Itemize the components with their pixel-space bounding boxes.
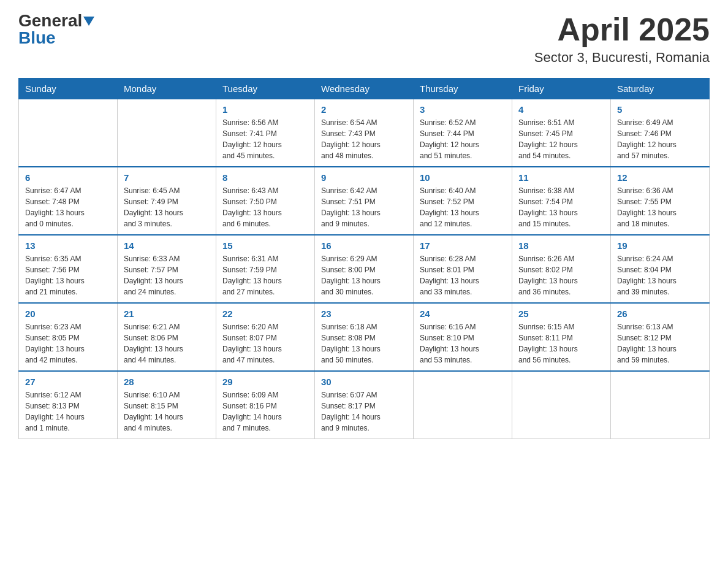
weekday-header-tuesday: Tuesday xyxy=(216,79,315,99)
month-title: April 2025 xyxy=(534,12,710,47)
calendar-cell: 23Sunrise: 6:18 AMSunset: 8:08 PMDayligh… xyxy=(315,303,414,371)
calendar-cell: 9Sunrise: 6:42 AMSunset: 7:51 PMDaylight… xyxy=(315,167,414,235)
calendar-cell: 12Sunrise: 6:36 AMSunset: 7:55 PMDayligh… xyxy=(611,167,710,235)
calendar-cell: 20Sunrise: 6:23 AMSunset: 8:05 PMDayligh… xyxy=(19,303,118,371)
day-number: 12 xyxy=(617,172,703,183)
logo-triangle-icon xyxy=(83,17,94,26)
calendar-cell: 7Sunrise: 6:45 AMSunset: 7:49 PMDaylight… xyxy=(118,167,216,235)
day-number: 8 xyxy=(222,172,308,183)
day-number: 26 xyxy=(617,308,703,319)
day-info: Sunrise: 6:42 AMSunset: 7:51 PMDaylight:… xyxy=(321,185,407,229)
calendar-cell: 26Sunrise: 6:13 AMSunset: 8:12 PMDayligh… xyxy=(611,303,710,371)
weekday-header-wednesday: Wednesday xyxy=(315,79,414,99)
calendar-table: SundayMondayTuesdayWednesdayThursdayFrid… xyxy=(18,78,710,439)
day-info: Sunrise: 6:36 AMSunset: 7:55 PMDaylight:… xyxy=(617,185,703,229)
calendar-cell xyxy=(19,99,118,167)
day-number: 30 xyxy=(321,377,407,387)
day-info: Sunrise: 6:29 AMSunset: 8:00 PMDaylight:… xyxy=(321,253,407,297)
weekday-header-sunday: Sunday xyxy=(19,79,118,99)
day-number: 23 xyxy=(321,308,407,319)
day-number: 14 xyxy=(124,240,210,251)
calendar-week-row: 20Sunrise: 6:23 AMSunset: 8:05 PMDayligh… xyxy=(19,303,710,371)
day-number: 27 xyxy=(25,377,111,387)
day-info: Sunrise: 6:16 AMSunset: 8:10 PMDaylight:… xyxy=(420,321,506,366)
day-number: 17 xyxy=(420,240,506,251)
calendar-week-row: 27Sunrise: 6:12 AMSunset: 8:13 PMDayligh… xyxy=(19,371,710,439)
calendar-cell: 28Sunrise: 6:10 AMSunset: 8:15 PMDayligh… xyxy=(118,371,216,439)
day-number: 24 xyxy=(420,308,506,319)
calendar-cell: 10Sunrise: 6:40 AMSunset: 7:52 PMDayligh… xyxy=(414,167,512,235)
logo: General Blue xyxy=(18,12,96,50)
calendar-cell xyxy=(512,371,611,439)
weekday-header-thursday: Thursday xyxy=(414,79,512,99)
day-info: Sunrise: 6:40 AMSunset: 7:52 PMDaylight:… xyxy=(420,185,506,229)
day-info: Sunrise: 6:33 AMSunset: 7:57 PMDaylight:… xyxy=(124,253,210,297)
calendar-cell: 6Sunrise: 6:47 AMSunset: 7:48 PMDaylight… xyxy=(19,167,118,235)
day-info: Sunrise: 6:56 AMSunset: 7:41 PMDaylight:… xyxy=(222,117,308,161)
calendar-week-row: 6Sunrise: 6:47 AMSunset: 7:48 PMDaylight… xyxy=(19,167,710,235)
day-number: 6 xyxy=(25,172,111,183)
calendar-cell: 4Sunrise: 6:51 AMSunset: 7:45 PMDaylight… xyxy=(512,99,611,167)
calendar-cell xyxy=(414,371,512,439)
location-title: Sector 3, Bucuresti, Romania xyxy=(534,50,710,66)
day-number: 13 xyxy=(25,240,111,251)
day-number: 16 xyxy=(321,240,407,251)
day-info: Sunrise: 6:31 AMSunset: 7:59 PMDaylight:… xyxy=(222,253,308,297)
day-number: 25 xyxy=(518,308,604,319)
day-number: 20 xyxy=(25,308,111,319)
day-number: 15 xyxy=(222,240,308,251)
day-info: Sunrise: 6:20 AMSunset: 8:07 PMDaylight:… xyxy=(222,321,308,366)
day-number: 1 xyxy=(222,104,308,115)
calendar-cell: 27Sunrise: 6:12 AMSunset: 8:13 PMDayligh… xyxy=(19,371,118,439)
calendar-cell: 22Sunrise: 6:20 AMSunset: 8:07 PMDayligh… xyxy=(216,303,315,371)
logo-general-text: General xyxy=(18,12,82,29)
day-info: Sunrise: 6:54 AMSunset: 7:43 PMDaylight:… xyxy=(321,117,407,161)
day-number: 4 xyxy=(518,104,604,115)
header: General Blue April 2025 Sector 3, Bucure… xyxy=(18,12,710,66)
day-info: Sunrise: 6:23 AMSunset: 8:05 PMDaylight:… xyxy=(25,321,111,366)
day-number: 22 xyxy=(222,308,308,319)
calendar-week-row: 13Sunrise: 6:35 AMSunset: 7:56 PMDayligh… xyxy=(19,235,710,303)
calendar-cell: 8Sunrise: 6:43 AMSunset: 7:50 PMDaylight… xyxy=(216,167,315,235)
day-number: 5 xyxy=(617,104,703,115)
calendar-cell: 5Sunrise: 6:49 AMSunset: 7:46 PMDaylight… xyxy=(611,99,710,167)
weekday-header-monday: Monday xyxy=(118,79,216,99)
day-number: 9 xyxy=(321,172,407,183)
day-info: Sunrise: 6:35 AMSunset: 7:56 PMDaylight:… xyxy=(25,253,111,297)
day-number: 10 xyxy=(420,172,506,183)
calendar-cell: 17Sunrise: 6:28 AMSunset: 8:01 PMDayligh… xyxy=(414,235,512,303)
day-info: Sunrise: 6:38 AMSunset: 7:54 PMDaylight:… xyxy=(518,185,604,229)
calendar-cell: 3Sunrise: 6:52 AMSunset: 7:44 PMDaylight… xyxy=(414,99,512,167)
day-info: Sunrise: 6:26 AMSunset: 8:02 PMDaylight:… xyxy=(518,253,604,297)
day-info: Sunrise: 6:12 AMSunset: 8:13 PMDaylight:… xyxy=(25,389,111,434)
title-area: April 2025 Sector 3, Bucuresti, Romania xyxy=(534,12,710,66)
calendar-cell: 24Sunrise: 6:16 AMSunset: 8:10 PMDayligh… xyxy=(414,303,512,371)
calendar-cell: 14Sunrise: 6:33 AMSunset: 7:57 PMDayligh… xyxy=(118,235,216,303)
weekday-header-friday: Friday xyxy=(512,79,611,99)
calendar-cell: 1Sunrise: 6:56 AMSunset: 7:41 PMDaylight… xyxy=(216,99,315,167)
calendar-cell xyxy=(611,371,710,439)
calendar-cell: 16Sunrise: 6:29 AMSunset: 8:00 PMDayligh… xyxy=(315,235,414,303)
day-info: Sunrise: 6:28 AMSunset: 8:01 PMDaylight:… xyxy=(420,253,506,297)
day-number: 11 xyxy=(518,172,604,183)
day-number: 28 xyxy=(124,377,210,387)
calendar-cell xyxy=(118,99,216,167)
day-number: 2 xyxy=(321,104,407,115)
logo-blue-text: Blue xyxy=(18,29,56,47)
day-number: 18 xyxy=(518,240,604,251)
calendar-cell: 19Sunrise: 6:24 AMSunset: 8:04 PMDayligh… xyxy=(611,235,710,303)
calendar-header: SundayMondayTuesdayWednesdayThursdayFrid… xyxy=(19,79,710,99)
day-info: Sunrise: 6:13 AMSunset: 8:12 PMDaylight:… xyxy=(617,321,703,366)
day-number: 19 xyxy=(617,240,703,251)
day-number: 29 xyxy=(222,377,308,387)
day-info: Sunrise: 6:45 AMSunset: 7:49 PMDaylight:… xyxy=(124,185,210,229)
calendar-cell: 13Sunrise: 6:35 AMSunset: 7:56 PMDayligh… xyxy=(19,235,118,303)
calendar-cell: 15Sunrise: 6:31 AMSunset: 7:59 PMDayligh… xyxy=(216,235,315,303)
calendar-cell: 25Sunrise: 6:15 AMSunset: 8:11 PMDayligh… xyxy=(512,303,611,371)
day-number: 7 xyxy=(124,172,210,183)
day-info: Sunrise: 6:09 AMSunset: 8:16 PMDaylight:… xyxy=(222,389,308,434)
calendar-cell: 21Sunrise: 6:21 AMSunset: 8:06 PMDayligh… xyxy=(118,303,216,371)
calendar-cell: 29Sunrise: 6:09 AMSunset: 8:16 PMDayligh… xyxy=(216,371,315,439)
calendar-cell: 11Sunrise: 6:38 AMSunset: 7:54 PMDayligh… xyxy=(512,167,611,235)
calendar-cell: 2Sunrise: 6:54 AMSunset: 7:43 PMDaylight… xyxy=(315,99,414,167)
